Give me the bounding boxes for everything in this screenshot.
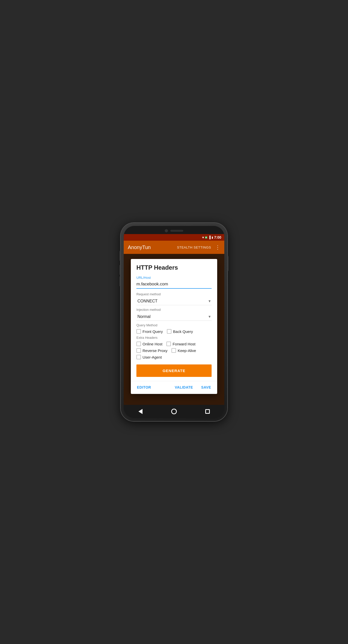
user-agent-checkbox[interactable] — [136, 355, 141, 359]
extra-headers-group: Online Host Forward Host — [136, 342, 212, 346]
status-icons: ▾ H ▐ ▮ 7:00 — [202, 235, 221, 239]
phone-screen: ▾ H ▐ ▮ 7:00 AnonyTun STEALTH SETTINGS ⋮ — [124, 226, 224, 418]
query-method-group: Front Query Back Query — [136, 329, 212, 334]
home-icon — [171, 409, 177, 414]
generate-button[interactable]: GENERATE — [136, 364, 212, 377]
injection-method-label: Injection method — [136, 308, 212, 312]
speaker-icon — [170, 230, 183, 232]
dialog-footer: EDITOR VALIDATE SAVE — [131, 381, 217, 394]
editor-button[interactable]: EDITOR — [135, 384, 153, 390]
stealth-settings-label[interactable]: STEALTH SETTINGS — [177, 246, 211, 249]
url-input[interactable] — [136, 281, 212, 289]
forward-host-checkbox-item[interactable]: Forward Host — [166, 342, 195, 346]
online-host-label: Online Host — [143, 342, 162, 346]
reverse-proxy-checkbox[interactable] — [136, 348, 141, 353]
more-options-icon[interactable]: ⋮ — [215, 244, 220, 250]
camera-icon — [165, 229, 168, 232]
request-method-arrow-icon: ▾ — [209, 299, 211, 303]
screen: ▾ H ▐ ▮ 7:00 AnonyTun STEALTH SETTINGS ⋮ — [124, 234, 224, 418]
url-field-label: URL/Host — [136, 276, 212, 280]
forward-host-checkbox[interactable] — [166, 342, 171, 346]
network-type-badge: H — [205, 236, 208, 239]
phone-device: ▾ H ▐ ▮ 7:00 AnonyTun STEALTH SETTINGS ⋮ — [121, 223, 227, 421]
front-query-label: Front Query — [143, 329, 163, 334]
online-host-checkbox[interactable] — [136, 342, 141, 346]
user-agent-label: User-Agent — [143, 355, 162, 359]
reverse-proxy-checkbox-item[interactable]: Reverse Proxy — [136, 348, 167, 353]
dialog-body: HTTP Headers URL/Host Request method CON… — [131, 259, 217, 381]
app-bar: AnonyTun STEALTH SETTINGS ⋮ — [124, 241, 224, 254]
front-query-checkbox[interactable] — [136, 329, 141, 334]
save-button[interactable]: SAVE — [199, 384, 213, 390]
home-button[interactable] — [169, 406, 179, 417]
extra-headers-label: Extra Headers — [136, 336, 212, 340]
footer-right-buttons: VALIDATE SAVE — [173, 384, 213, 390]
injection-method-value: Normal — [137, 314, 151, 319]
keep-alive-checkbox-item[interactable]: Keep-Alive — [171, 348, 196, 353]
back-icon — [138, 409, 143, 414]
app-bar-right: STEALTH SETTINGS ⋮ — [177, 244, 220, 250]
status-bar: ▾ H ▐ ▮ 7:00 — [124, 234, 224, 241]
navigation-bar — [124, 405, 224, 418]
front-query-checkbox-item[interactable]: Front Query — [136, 329, 163, 334]
user-agent-checkbox-item[interactable]: User-Agent — [136, 355, 162, 359]
online-host-checkbox-item[interactable]: Online Host — [136, 342, 162, 346]
forward-host-label: Forward Host — [172, 342, 195, 346]
http-headers-dialog: HTTP Headers URL/Host Request method CON… — [131, 259, 217, 394]
injection-method-arrow-icon: ▾ — [209, 314, 211, 319]
keep-alive-checkbox[interactable] — [171, 348, 176, 353]
request-method-dropdown[interactable]: CONNECT ▾ — [136, 297, 212, 305]
back-query-checkbox-item[interactable]: Back Query — [167, 329, 193, 334]
time-display: 7:00 — [214, 235, 221, 239]
request-method-value: CONNECT — [137, 299, 157, 303]
main-content: HTTP Headers URL/Host Request method CON… — [124, 254, 224, 405]
app-title: AnonyTun — [128, 244, 151, 250]
recents-icon — [205, 409, 210, 414]
back-button[interactable] — [135, 406, 146, 417]
request-method-label: Request method — [136, 292, 212, 296]
wifi-icon: ▾ — [202, 235, 204, 239]
dialog-title: HTTP Headers — [136, 264, 212, 271]
recents-button[interactable] — [202, 406, 213, 417]
extra-headers-group-2: Reverse Proxy Keep-Alive — [136, 348, 212, 353]
keep-alive-label: Keep-Alive — [178, 348, 196, 353]
phone-top-bar — [124, 226, 224, 234]
query-method-label: Query Method — [136, 323, 212, 327]
battery-icon: ▮ — [212, 236, 213, 239]
injection-method-dropdown[interactable]: Normal ▾ — [136, 313, 212, 321]
extra-headers-group-3: User-Agent — [136, 355, 212, 359]
reverse-proxy-label: Reverse Proxy — [143, 348, 167, 353]
signal-icon: ▐ — [208, 236, 211, 239]
back-query-checkbox[interactable] — [167, 329, 171, 334]
validate-button[interactable]: VALIDATE — [173, 384, 195, 390]
back-query-label: Back Query — [173, 329, 193, 334]
